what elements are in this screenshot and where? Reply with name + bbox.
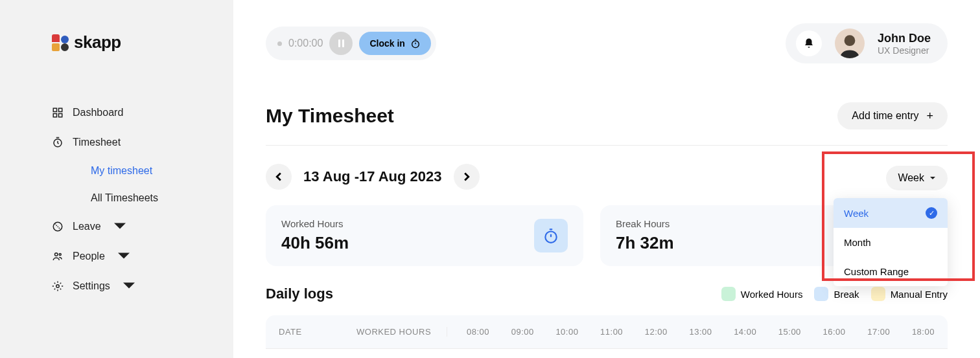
pause-icon bbox=[338, 39, 344, 47]
hour-tick: 15:00 bbox=[778, 327, 801, 337]
nav-timesheet[interactable]: Timesheet bbox=[52, 128, 233, 157]
user-role: UX Designer bbox=[878, 45, 931, 56]
chevron-right-icon bbox=[462, 172, 471, 181]
dashboard-icon bbox=[52, 107, 64, 118]
logo: skapp bbox=[0, 32, 233, 78]
nav-settings[interactable]: Settings bbox=[52, 271, 233, 301]
stopwatch-icon bbox=[410, 38, 421, 49]
add-time-entry-button[interactable]: Add time entry + bbox=[837, 102, 948, 129]
prev-week-button[interactable] bbox=[266, 164, 292, 190]
topbar: 0:00:00 Clock in John Doe UX Designer bbox=[266, 23, 948, 63]
period-option-week-label: Week bbox=[844, 208, 869, 219]
period-selected-label: Week bbox=[898, 172, 924, 184]
page-title: My Timesheet bbox=[266, 105, 394, 127]
nav-timesheet-label: Timesheet bbox=[73, 137, 121, 148]
main-nav: Dashboard Timesheet My timesheet All Tim… bbox=[0, 78, 233, 301]
date-nav: 13 Aug -17 Aug 2023 bbox=[266, 164, 948, 190]
worked-hours-value: 40h 56m bbox=[281, 233, 349, 253]
leave-icon bbox=[52, 221, 64, 232]
legend-worked: Worked Hours bbox=[721, 287, 803, 301]
legend-break-label: Break bbox=[834, 289, 859, 300]
period-option-month[interactable]: Month bbox=[834, 228, 948, 257]
clock-in-button[interactable]: Clock in bbox=[359, 32, 430, 55]
hours-axis: 08:00 09:00 10:00 11:00 12:00 13:00 14:0… bbox=[447, 327, 935, 337]
hour-tick: 18:00 bbox=[912, 327, 935, 337]
svg-point-11 bbox=[545, 232, 556, 243]
nav-my-timesheet[interactable]: My timesheet bbox=[91, 157, 233, 185]
col-worked-hours: WORKED HOURS bbox=[356, 327, 447, 337]
legend-worked-label: Worked Hours bbox=[741, 289, 803, 300]
user-name: John Doe bbox=[878, 32, 931, 45]
nav-dashboard-label: Dashboard bbox=[73, 107, 123, 118]
svg-rect-0 bbox=[53, 108, 56, 111]
people-icon bbox=[52, 251, 64, 262]
brand-logo-icon bbox=[52, 34, 69, 51]
svg-point-8 bbox=[56, 285, 60, 288]
stopwatch-icon bbox=[542, 227, 559, 244]
daily-logs-title: Daily logs bbox=[266, 285, 333, 302]
hour-tick: 08:00 bbox=[467, 327, 489, 337]
hour-tick: 12:00 bbox=[645, 327, 668, 337]
svg-point-7 bbox=[59, 254, 61, 256]
user-info: John Doe UX Designer bbox=[878, 32, 931, 56]
clock-widget: 0:00:00 Clock in bbox=[266, 27, 436, 60]
swatch-break-icon bbox=[814, 287, 828, 301]
break-hours-label: Break Hours bbox=[616, 218, 674, 229]
next-week-button[interactable] bbox=[454, 164, 480, 190]
svg-rect-3 bbox=[59, 114, 62, 117]
nav-leave[interactable]: Leave bbox=[52, 212, 233, 241]
daily-logs-header: Daily logs Worked Hours Break Manual Ent… bbox=[266, 285, 948, 302]
main-content: 0:00:00 Clock in John Doe UX Designer My… bbox=[233, 0, 980, 358]
period-selector: Week Week ✓ Month Custom Range bbox=[886, 166, 948, 190]
chevron-down-icon bbox=[123, 280, 135, 292]
plus-icon: + bbox=[926, 110, 933, 122]
break-hours-value: 7h 32m bbox=[616, 233, 674, 253]
daily-table-header: DATE WORKED HOURS 08:00 09:00 10:00 11:0… bbox=[266, 315, 948, 349]
svg-rect-2 bbox=[53, 114, 56, 117]
legend-manual: Manual Entry bbox=[871, 287, 948, 301]
hour-tick: 09:00 bbox=[511, 327, 534, 337]
period-option-week[interactable]: Week ✓ bbox=[834, 198, 948, 228]
chevron-left-icon bbox=[274, 172, 283, 181]
legend-break: Break bbox=[814, 287, 859, 301]
worked-hours-card: Worked Hours 40h 56m bbox=[266, 205, 583, 266]
period-option-custom[interactable]: Custom Range bbox=[834, 257, 948, 286]
hour-tick: 13:00 bbox=[689, 327, 712, 337]
nav-people-label: People bbox=[73, 251, 105, 262]
check-icon: ✓ bbox=[926, 207, 937, 219]
col-date: DATE bbox=[279, 327, 356, 337]
notifications-button[interactable] bbox=[796, 30, 822, 56]
nav-all-timesheets[interactable]: All Timesheets bbox=[91, 185, 233, 212]
pause-button[interactable] bbox=[329, 32, 353, 55]
hour-tick: 10:00 bbox=[555, 327, 578, 337]
chevron-down-icon bbox=[118, 251, 130, 262]
hour-tick: 17:00 bbox=[867, 327, 890, 337]
swatch-manual-icon bbox=[871, 287, 885, 301]
caret-down-icon bbox=[929, 175, 936, 181]
page-header: My Timesheet Add time entry + bbox=[266, 102, 948, 146]
hour-tick: 16:00 bbox=[823, 327, 846, 337]
add-time-entry-label: Add time entry bbox=[852, 110, 918, 122]
avatar[interactable] bbox=[835, 28, 865, 58]
timesheet-icon bbox=[52, 137, 64, 148]
legend: Worked Hours Break Manual Entry bbox=[721, 287, 948, 301]
svg-rect-1 bbox=[59, 108, 62, 111]
date-range: 13 Aug -17 Aug 2023 bbox=[303, 168, 442, 185]
brand-name: skapp bbox=[74, 32, 121, 52]
user-area: John Doe UX Designer bbox=[786, 23, 948, 63]
chevron-down-icon bbox=[114, 221, 126, 232]
svg-point-10 bbox=[845, 35, 856, 46]
swatch-worked-icon bbox=[721, 287, 736, 301]
period-option-custom-label: Custom Range bbox=[844, 266, 909, 277]
worked-hours-label: Worked Hours bbox=[281, 218, 349, 229]
hour-tick: 14:00 bbox=[734, 327, 756, 337]
clock-in-label: Clock in bbox=[369, 38, 404, 49]
avatar-image bbox=[836, 31, 863, 58]
legend-manual-label: Manual Entry bbox=[891, 289, 948, 300]
bell-icon bbox=[803, 38, 815, 49]
sidebar: skapp Dashboard Timesheet My timesheet A… bbox=[0, 0, 233, 358]
nav-people[interactable]: People bbox=[52, 241, 233, 271]
nav-dashboard[interactable]: Dashboard bbox=[52, 98, 233, 128]
period-dropdown-button[interactable]: Week bbox=[886, 166, 948, 190]
svg-point-6 bbox=[55, 253, 58, 256]
